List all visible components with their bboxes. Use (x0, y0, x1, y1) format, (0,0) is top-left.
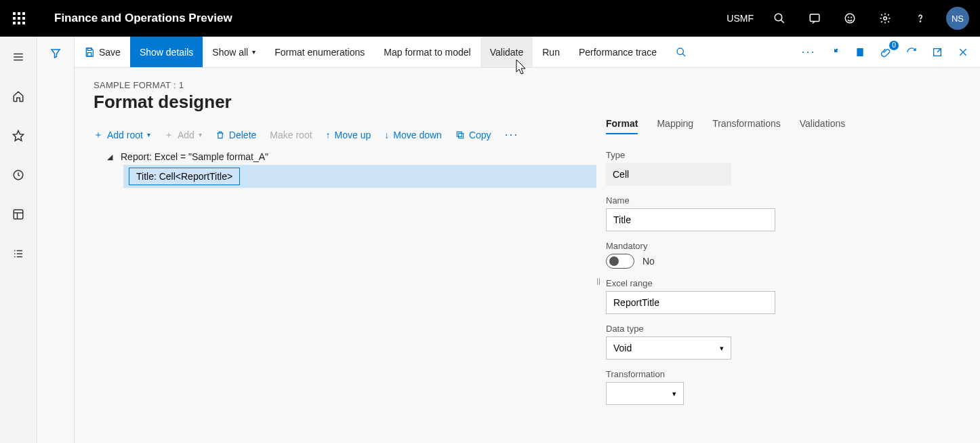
pin-icon[interactable] (827, 45, 842, 60)
tree-child-row[interactable]: Title: Cell<ReportTitle> (123, 165, 596, 188)
validate-button[interactable]: Validate (481, 37, 533, 67)
close-icon[interactable] (956, 45, 971, 60)
search-icon[interactable] (770, 9, 789, 28)
waffle-icon (13, 12, 25, 24)
tree-child-label: Title: Cell<ReportTitle> (129, 168, 240, 185)
main: Save Show details Show all ▾ Format enum… (75, 37, 980, 443)
delete-label: Delete (229, 130, 256, 140)
tree-root-row[interactable]: ◢ Report: Excel = "Sample format_A" (94, 149, 596, 165)
save-label: Save (99, 47, 121, 58)
clock-icon[interactable] (5, 161, 32, 189)
caret-down-icon[interactable]: ◢ (107, 153, 113, 161)
show-details-button[interactable]: Show details (130, 37, 203, 67)
validate-label: Validate (490, 47, 524, 58)
make-root-button: Make root (270, 130, 312, 140)
mandatory-value: No (642, 256, 655, 267)
map-format-button[interactable]: Map format to model (374, 37, 480, 67)
tab-format[interactable]: Format (606, 118, 638, 134)
attachments-icon[interactable]: 0 (878, 45, 893, 60)
svg-rect-35 (857, 48, 863, 56)
svg-line-10 (781, 20, 784, 23)
save-button[interactable]: Save (75, 37, 130, 67)
page-header: SAMPLE FORMAT : 1 Format designer (75, 68, 980, 118)
svg-rect-11 (810, 14, 819, 22)
move-down-button[interactable]: ↓Move down (384, 130, 442, 140)
show-details-label: Show details (140, 47, 193, 58)
svg-rect-2 (22, 12, 25, 15)
plus-icon: ＋ (164, 129, 173, 141)
tab-transformations[interactable]: Transformations (712, 118, 781, 134)
modules-icon[interactable] (5, 240, 32, 267)
chevron-down-icon: ▾ (252, 48, 256, 56)
data-type-select[interactable]: Void ▾ (606, 336, 731, 360)
popout-icon[interactable] (930, 45, 945, 60)
delete-button[interactable]: Delete (216, 130, 256, 140)
performance-trace-button[interactable]: Performance trace (569, 37, 666, 67)
avatar[interactable]: NS (946, 7, 969, 30)
field-type: Type Cell (606, 150, 964, 186)
mandatory-toggle[interactable] (606, 254, 634, 269)
waffle-menu[interactable] (5, 5, 33, 32)
format-enumerations-button[interactable]: Format enumerations (265, 37, 374, 67)
svg-point-9 (775, 14, 782, 21)
add-root-button[interactable]: ＋Add root▾ (94, 129, 150, 141)
tab-validations[interactable]: Validations (800, 118, 845, 134)
add-root-label: Add root (107, 130, 143, 140)
data-type-label: Data type (606, 324, 964, 334)
show-all-label: Show all (212, 47, 248, 58)
save-icon (84, 47, 95, 58)
svg-rect-22 (14, 210, 23, 219)
search-icon (676, 47, 687, 58)
tab-mapping[interactable]: Mapping (657, 118, 693, 134)
name-label: Name (606, 195, 964, 206)
make-root-label: Make root (270, 130, 312, 140)
cmdbar-search-button[interactable] (666, 37, 696, 67)
map-format-label: Map format to model (384, 47, 470, 58)
svg-line-34 (682, 54, 685, 56)
office-icon[interactable] (853, 45, 867, 60)
svg-point-16 (920, 21, 920, 22)
smiley-icon[interactable] (840, 9, 859, 28)
workspace-icon[interactable] (5, 201, 32, 228)
run-button[interactable]: Run (533, 37, 569, 67)
help-icon[interactable] (911, 9, 930, 28)
filter-icon[interactable] (49, 47, 62, 443)
svg-point-33 (677, 48, 683, 54)
svg-point-12 (845, 14, 855, 23)
copy-button[interactable]: Copy (455, 130, 491, 140)
tree-toolbar: ＋Add root▾ ＋Add▾ Delete Make root ↑Move … (94, 121, 596, 149)
name-input[interactable] (606, 208, 775, 231)
gear-icon[interactable] (876, 9, 895, 28)
field-excel-range: Excel range (606, 278, 964, 314)
refresh-icon[interactable] (904, 45, 919, 60)
star-icon[interactable] (5, 122, 32, 149)
topbar-left: Finance and Operations Preview (5, 5, 232, 32)
excel-range-input[interactable] (606, 291, 775, 314)
property-tabs: Format Mapping Transformations Validatio… (606, 118, 964, 140)
svg-rect-31 (87, 48, 91, 50)
hamburger-icon[interactable] (5, 43, 32, 71)
topbar-right: USMF NS (727, 7, 975, 30)
svg-rect-40 (457, 132, 462, 136)
svg-rect-8 (22, 22, 25, 24)
org-label[interactable]: USMF (727, 13, 754, 24)
move-up-button[interactable]: ↑Move up (326, 130, 371, 140)
more-icon[interactable]: ··· (801, 45, 816, 60)
svg-point-13 (848, 17, 849, 18)
show-all-button[interactable]: Show all ▾ (203, 37, 265, 67)
field-transformation: Transformation ▾ (606, 369, 964, 405)
move-up-label: Move up (335, 130, 371, 140)
svg-rect-39 (459, 133, 464, 138)
add-label: Add (178, 130, 195, 140)
svg-rect-32 (87, 52, 91, 56)
plus-icon: ＋ (94, 129, 103, 141)
run-label: Run (542, 47, 560, 58)
toolbar-more-icon[interactable]: ··· (505, 128, 519, 142)
chevron-down-icon: ▾ (672, 389, 676, 398)
tree-column: ＋Add root▾ ＋Add▾ Delete Make root ↑Move … (75, 118, 596, 443)
chat-icon[interactable] (805, 9, 824, 28)
excel-range-label: Excel range (606, 278, 964, 288)
transformation-select[interactable]: ▾ (606, 382, 684, 405)
home-icon[interactable] (5, 83, 32, 110)
tree-root-label: Report: Excel = "Sample format_A" (121, 151, 268, 162)
